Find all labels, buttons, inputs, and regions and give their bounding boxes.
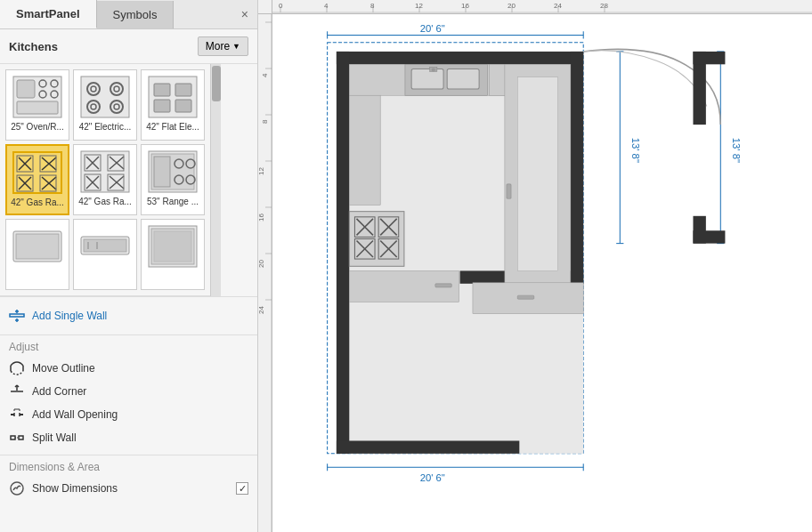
svg-text:16: 16 <box>258 214 265 222</box>
svg-text:20: 20 <box>508 2 516 10</box>
items-grid: 25" Oven/R... 42" Ele <box>0 64 210 296</box>
svg-text:4: 4 <box>324 2 329 10</box>
add-wall-opening-icon <box>9 407 25 423</box>
split-wall-label: Split Wall <box>32 431 77 444</box>
show-dimensions-checkbox[interactable] <box>236 482 248 495</box>
svg-rect-142 <box>447 69 479 89</box>
move-outline-label: Move Outline <box>32 362 95 375</box>
item-label-6: 53" Range ... <box>147 197 199 207</box>
svg-rect-81 <box>11 436 15 439</box>
item-label-1: 25" Oven/R... <box>11 122 64 133</box>
item-gas-range-42-2[interactable]: 42" Gas Ra... <box>73 144 137 215</box>
main-canvas-area: 0 4 8 12 16 20 24 28 4 8 12 <box>258 0 812 532</box>
svg-text:20' 6": 20' 6" <box>420 23 445 34</box>
svg-rect-62 <box>154 231 191 262</box>
item-misc-1[interactable] <box>5 219 69 290</box>
svg-rect-6 <box>17 101 58 114</box>
misc-3-icon <box>146 223 199 270</box>
svg-rect-18 <box>175 84 191 96</box>
svg-text:4: 4 <box>261 73 269 77</box>
svg-rect-1 <box>17 80 35 98</box>
svg-rect-63 <box>10 314 24 317</box>
svg-rect-20 <box>175 100 191 112</box>
svg-rect-147 <box>349 95 380 205</box>
svg-text:13' 8": 13' 8" <box>630 138 641 163</box>
misc-1-icon <box>11 223 64 270</box>
dimensions-section: Dimensions & Area Show Dimensions <box>0 455 257 505</box>
svg-text:24: 24 <box>554 2 562 10</box>
split-wall-button[interactable]: Split Wall <box>9 426 248 449</box>
ruler-left: 4 8 12 16 20 24 <box>258 13 272 532</box>
close-icon[interactable]: × <box>232 2 257 27</box>
item-misc-2[interactable] <box>73 219 137 290</box>
add-wall-label: Add Single Wall <box>32 310 107 322</box>
svg-rect-57 <box>84 239 126 252</box>
category-title: Kitchens <box>9 40 58 53</box>
item-flat-electric[interactable]: 42" Flat Ele... <box>141 69 205 141</box>
add-wall-opening-label: Add Wall Opening <box>32 408 118 421</box>
add-wall-section: Add Single Wall <box>0 297 257 335</box>
svg-text:8: 8 <box>261 119 269 124</box>
item-label-3: 42" Flat Ele... <box>146 122 199 133</box>
move-outline-button[interactable]: Move Outline <box>9 357 248 380</box>
add-single-wall-button[interactable]: Add Single Wall <box>9 304 248 327</box>
svg-text:8: 8 <box>370 2 375 10</box>
item-misc-3[interactable] <box>141 219 205 290</box>
svg-rect-55 <box>16 234 59 259</box>
svg-rect-136 <box>337 440 519 453</box>
add-wall-opening-button[interactable]: Add Wall Opening <box>9 403 248 426</box>
svg-rect-134 <box>337 52 583 64</box>
ruler-top: 0 4 8 12 16 20 24 28 <box>272 0 812 14</box>
add-corner-icon <box>9 383 25 399</box>
adjust-title: Adjust <box>9 341 248 353</box>
add-corner-button[interactable]: Add Corner <box>9 380 248 403</box>
svg-text:12: 12 <box>415 2 423 10</box>
item-gas-range-42-1[interactable]: 42" Gas Ra... <box>5 144 69 215</box>
svg-rect-141 <box>411 69 443 89</box>
add-corner-label: Add Corner <box>32 385 86 398</box>
svg-text:12: 12 <box>258 167 265 175</box>
items-scrollbar[interactable] <box>210 64 221 296</box>
adjust-section: Adjust Move Outline A <box>0 335 257 455</box>
svg-text:24: 24 <box>258 306 265 314</box>
show-dimensions-label: Show Dimensions <box>32 482 118 495</box>
split-wall-icon <box>9 430 25 446</box>
svg-text:28: 28 <box>600 2 608 10</box>
gas-range-42-2-icon <box>78 149 132 195</box>
svg-rect-135 <box>337 52 349 454</box>
gas-range-42-1-icon <box>11 149 64 196</box>
item-label-5: 42" Gas Ra... <box>78 197 132 207</box>
svg-text:16: 16 <box>461 2 469 10</box>
more-button[interactable]: More <box>198 36 248 56</box>
item-electric-42[interactable]: 42" Electric... <box>73 69 137 141</box>
misc-2-icon <box>78 223 132 270</box>
item-oven-range[interactable]: 25" Oven/R... <box>5 69 69 141</box>
move-outline-icon <box>9 360 25 376</box>
svg-text:0: 0 <box>279 2 283 10</box>
item-label-2: 42" Electric... <box>79 122 132 133</box>
svg-point-144 <box>432 68 435 71</box>
tabs-bar: SmartPanel Symbols × <box>0 0 257 29</box>
svg-rect-138 <box>571 52 583 285</box>
ruler-corner <box>258 0 272 14</box>
floorplan-svg: 20' 6" 13' 8" 13' 8" 20' 6" <box>272 14 812 532</box>
show-dimensions-icon <box>9 480 25 496</box>
svg-rect-171 <box>693 230 725 243</box>
svg-rect-49 <box>154 157 170 187</box>
tab-smartpanel[interactable]: SmartPanel <box>0 0 97 28</box>
item-label-4: 42" Gas Ra... <box>11 197 64 208</box>
svg-rect-162 <box>435 284 451 287</box>
svg-text:13' 8": 13' 8" <box>731 138 742 163</box>
item-range-53[interactable]: 53" Range ... <box>141 144 205 215</box>
category-header: Kitchens More <box>0 29 257 64</box>
svg-rect-165 <box>507 184 511 198</box>
flat-electric-icon <box>146 74 199 120</box>
tab-symbols[interactable]: Symbols <box>97 1 175 28</box>
svg-text:20' 6": 20' 6" <box>420 472 445 483</box>
svg-text:20: 20 <box>258 260 265 268</box>
canvas[interactable]: 20' 6" 13' 8" 13' 8" 20' 6" <box>272 14 812 532</box>
range-53-icon <box>146 149 199 195</box>
show-dimensions-item[interactable]: Show Dimensions <box>9 477 248 500</box>
add-wall-icon <box>9 308 25 324</box>
svg-rect-164 <box>517 77 557 271</box>
